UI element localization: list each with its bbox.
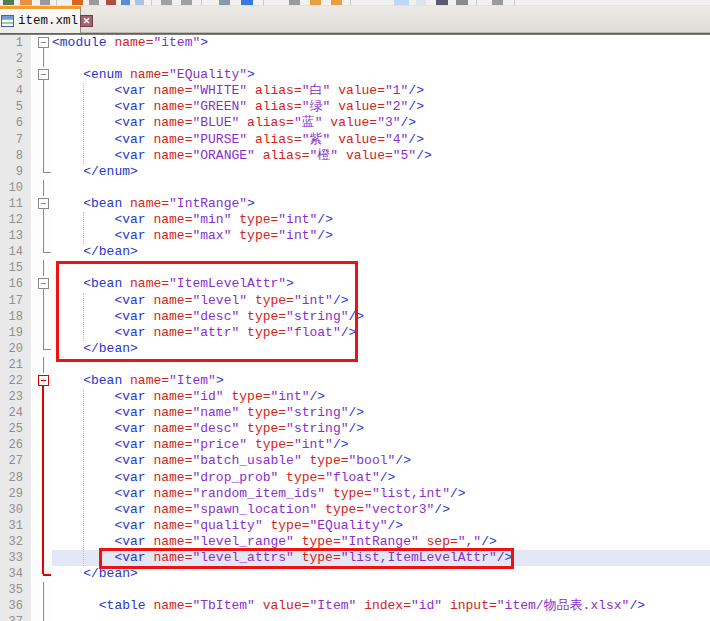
toolbar-icon[interactable] [289, 0, 300, 5]
code-text[interactable]: <var name="name" type="string"/> [52, 405, 710, 421]
code-text[interactable]: <module name="item"> [52, 35, 710, 51]
line-number: 34 [0, 566, 31, 582]
fold-toggle-icon[interactable] [31, 67, 52, 83]
code-line: 36 <table name="TbItem" value="Item" ind… [0, 598, 710, 614]
code-text[interactable]: <table name="TbItem" value="Item" index=… [52, 598, 710, 614]
line-number: 22 [0, 373, 31, 389]
line-number: 3 [0, 67, 31, 83]
code-text[interactable]: <var name="attr" type="float"/> [52, 325, 710, 341]
toolbar-icon[interactable] [310, 0, 321, 5]
tab-close-icon[interactable]: ✕ [80, 15, 93, 27]
toolbar-icon[interactable] [20, 0, 32, 5]
code-text[interactable]: <var name="level" type="int"/> [52, 293, 710, 309]
fold-toggle-icon[interactable] [31, 35, 52, 51]
toolbar-icon[interactable] [263, 0, 264, 5]
code-text[interactable]: <var name="WHITE" alias="白" value="1"/> [52, 83, 710, 99]
toolbar-icon[interactable] [151, 0, 152, 5]
line-number: 36 [0, 598, 31, 614]
fold-toggle-icon[interactable] [31, 373, 52, 389]
code-text[interactable] [52, 180, 710, 196]
line-number: 35 [0, 582, 31, 598]
fold-margin [31, 115, 52, 131]
line-number: 10 [0, 180, 31, 196]
fold-margin [31, 518, 52, 534]
code-line: 26 <var name="price" type="int"/> [0, 437, 710, 453]
code-text[interactable]: <var name="PURSE" alias="紫" value="4"/> [52, 132, 710, 148]
toolbar-icon[interactable] [89, 0, 99, 5]
tab-item-xml[interactable]: item.xml ✕ [0, 6, 81, 33]
toolbar-icon[interactable] [3, 0, 14, 5]
toolbar-icon[interactable] [181, 0, 192, 5]
code-text[interactable]: <enum name="EQuality"> [52, 67, 710, 83]
code-text[interactable]: <var name="price" type="int"/> [52, 437, 710, 453]
code-line: 1<module name="item"> [0, 35, 710, 51]
fold-margin [31, 260, 52, 276]
code-text[interactable]: </bean> [52, 244, 710, 260]
code-text[interactable]: <var name="level_attrs" type="list,ItemL… [52, 550, 710, 566]
code-text[interactable]: <var name="random_item_ids" type="list,i… [52, 486, 710, 502]
code-text[interactable]: <var name="min" type="int"/> [52, 212, 710, 228]
code-text[interactable]: <var name="ORANGE" alias="橙" value="5"/> [52, 148, 710, 164]
line-number: 9 [0, 164, 31, 180]
toolbar-icon[interactable] [331, 0, 342, 5]
toolbar-icon[interactable] [394, 0, 409, 5]
toolbar-icon[interactable] [135, 0, 144, 5]
file-icon [1, 15, 14, 27]
code-line: 34 </bean> [0, 566, 710, 582]
fold-toggle-icon[interactable] [31, 196, 52, 212]
toolbar-icon[interactable] [241, 0, 253, 5]
toolbar-icon[interactable] [201, 0, 202, 5]
fold-margin [31, 148, 52, 164]
code-text[interactable]: <var name="drop_prob" type="float"/> [52, 470, 710, 486]
code-editor[interactable]: 1<module name="item">23 <enum name="EQua… [0, 35, 710, 621]
code-text[interactable]: <bean name="Item"> [52, 373, 710, 389]
code-text[interactable]: <var name="desc" type="string"/> [52, 309, 710, 325]
line-number: 18 [0, 309, 31, 325]
toolbar-icon[interactable] [350, 0, 351, 5]
code-text[interactable]: <var name="spawn_location" type="vector3… [52, 502, 710, 518]
toolbar-icon[interactable] [436, 0, 448, 5]
code-text[interactable] [52, 51, 710, 67]
code-text[interactable]: <var name="max" type="int"/> [52, 228, 710, 244]
line-number: 23 [0, 389, 31, 405]
fold-toggle-icon[interactable] [31, 276, 52, 292]
code-text[interactable]: </bean> [52, 341, 710, 357]
code-text[interactable]: <var name="batch_usable" type="bool"/> [52, 453, 710, 469]
code-text[interactable]: <bean name="ItemLevelAttr"> [52, 276, 710, 292]
code-text[interactable]: </bean> [52, 566, 710, 582]
code-line: 30 <var name="spawn_location" type="vect… [0, 502, 710, 518]
toolbar-icon[interactable] [514, 0, 515, 5]
toolbar-icon[interactable] [161, 0, 172, 5]
toolbar-icon[interactable] [492, 0, 503, 5]
code-line: 22 <bean name="Item"> [0, 373, 710, 389]
line-number: 24 [0, 405, 31, 421]
line-number: 26 [0, 437, 31, 453]
code-text[interactable]: <var name="quality" type="EQuality"/> [52, 518, 710, 534]
code-text[interactable]: <var name="BLUE" alias="蓝" value="3"/> [52, 115, 710, 131]
code-text[interactable] [52, 614, 710, 621]
fold-margin [31, 470, 52, 486]
code-text[interactable]: </enum> [52, 164, 710, 180]
code-text[interactable]: <var name="desc" type="string"/> [52, 421, 710, 437]
toolbar-icon[interactable] [56, 0, 57, 5]
toolbar-icon[interactable] [456, 0, 468, 5]
line-number: 20 [0, 341, 31, 357]
toolbar-icon[interactable] [121, 0, 130, 5]
code-line: 2 [0, 51, 710, 67]
code-text[interactable] [52, 582, 710, 598]
code-text[interactable]: <var name="level_range" type="IntRange" … [52, 534, 710, 550]
code-text[interactable]: <var name="GREEN" alias="绿" value="2"/> [52, 99, 710, 115]
line-number: 28 [0, 470, 31, 486]
application-window: item.xml ✕ 1<module name="item">23 <enum… [0, 0, 710, 621]
code-text[interactable]: <var name="id" type="int"/> [52, 389, 710, 405]
toolbar-icon[interactable] [476, 0, 477, 5]
toolbar-icon[interactable] [72, 0, 83, 5]
toolbar-icon[interactable] [106, 0, 116, 5]
code-text[interactable] [52, 357, 710, 373]
toolbar-icon[interactable] [40, 0, 50, 5]
code-text[interactable]: <bean name="IntRange"> [52, 196, 710, 212]
code-text[interactable] [52, 260, 710, 276]
toolbar-icon[interactable] [416, 0, 426, 5]
fold-margin [31, 228, 52, 244]
toolbar-icon[interactable] [219, 0, 230, 5]
